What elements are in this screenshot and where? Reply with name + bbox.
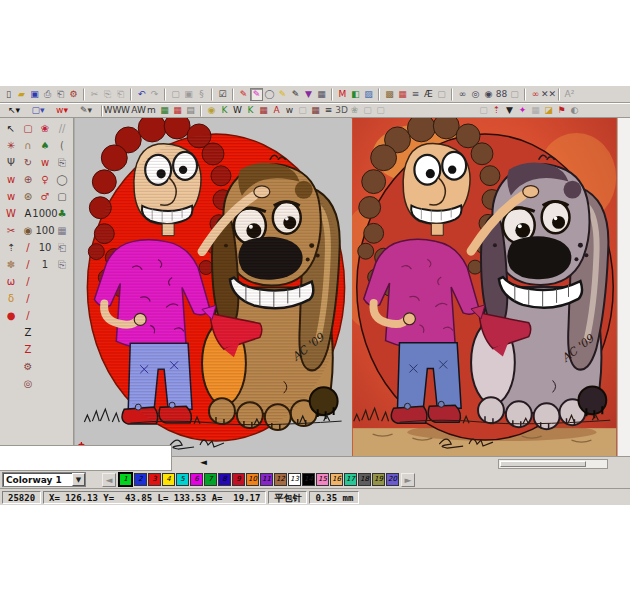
new-file-button[interactable]: ▯ [2, 88, 15, 101]
palette-collapse-arrow[interactable]: ◄ [200, 458, 207, 467]
zigzag-green-button[interactable]: K [218, 105, 231, 117]
artwork-canvas[interactable]: AC '09 [352, 118, 617, 456]
palette-chip-2[interactable]: 2 [134, 473, 147, 486]
doc-grid-tool[interactable]: ⎘ [54, 257, 70, 273]
grid2-button[interactable]: ▦ [529, 105, 542, 117]
palette-chip-4[interactable]: 4 [162, 473, 175, 486]
palette-chip-7[interactable]: 7 [204, 473, 217, 486]
satin-tool[interactable]: w [37, 155, 53, 171]
filter-button[interactable]: ▼ [503, 105, 516, 117]
density-100-tool[interactable]: 100 [37, 223, 53, 239]
pin-button[interactable]: ▼ [302, 88, 315, 101]
eye-tool[interactable]: ◉ [20, 223, 36, 239]
stitch-w2-button[interactable]: w [283, 105, 296, 117]
print-preview-button[interactable]: ⎗ [54, 88, 67, 101]
dropdown-arrow-icon[interactable]: ▼ [72, 473, 85, 486]
yellow-brush-button[interactable]: ✎ [276, 88, 289, 101]
kerning-button[interactable]: ▢ [435, 88, 448, 101]
save-button[interactable]: ▣ [28, 88, 41, 101]
grid-button[interactable]: ▦ [315, 88, 328, 101]
stitch-marks-button[interactable]: M [336, 88, 349, 101]
curve-tool[interactable]: ( [54, 138, 70, 154]
dither-grid-button[interactable]: ▦ [396, 88, 409, 101]
chart-button[interactable]: ◧ [349, 88, 362, 101]
satin-aw-button[interactable]: AW [132, 105, 145, 117]
palette-chip-5[interactable]: 5 [176, 473, 189, 486]
z-black-tool[interactable]: Z [20, 325, 36, 341]
three-d-button[interactable]: 3D [335, 105, 348, 117]
wheel-target-tool[interactable]: ◎ [20, 376, 36, 392]
needle-button[interactable]: ⇡ [490, 105, 503, 117]
arch-tool[interactable]: ∩ [20, 138, 36, 154]
run-stitch3-tool[interactable]: / [20, 274, 36, 290]
flower-fill-tool[interactable]: ❀ [37, 121, 53, 137]
export-tool[interactable]: ⎘ [54, 155, 70, 171]
hand-zigzag-button[interactable]: K [244, 105, 257, 117]
z-red-tool[interactable]: Z [20, 342, 36, 358]
pointer-tool-button[interactable]: ↖▾ [2, 105, 26, 117]
copy-button[interactable]: ⎘ [101, 88, 114, 101]
print-button[interactable]: ⎙ [41, 88, 54, 101]
tatami-green-button[interactable]: ▦ [158, 105, 171, 117]
link-cd-button[interactable]: ∞ [456, 88, 469, 101]
lips-tool[interactable]: ω [3, 274, 19, 290]
options-button[interactable]: § [195, 88, 208, 101]
fork-tool[interactable]: Ψ [3, 155, 19, 171]
motif-button[interactable]: ▦ [257, 105, 270, 117]
globe-tool[interactable]: ⊛ [20, 189, 36, 205]
open-file-button[interactable]: ▰ [15, 88, 28, 101]
tree-fill-tool[interactable]: ♠ [37, 138, 53, 154]
palette-chip-18[interactable]: 18 [358, 473, 371, 486]
lettering-button[interactable]: Æ [422, 88, 435, 101]
palette-scroll-left[interactable]: ◄ [102, 473, 116, 487]
oval-b-button[interactable]: ▢ [374, 105, 387, 117]
tatami-red-button[interactable]: ▦ [171, 105, 184, 117]
magenta-brush-button[interactable]: ✎ [250, 88, 263, 101]
frame2-button[interactable]: ▢ [477, 105, 490, 117]
ring-tool-button[interactable]: ◉ [205, 105, 218, 117]
people-button[interactable]: ⚑ [555, 105, 568, 117]
wheel-tool[interactable]: ⊕ [20, 172, 36, 188]
star-tool[interactable]: ✳ [3, 138, 19, 154]
reshape-tool[interactable]: ▢ [20, 121, 36, 137]
run-stitch2-tool[interactable]: / [20, 257, 36, 273]
density-10-tool[interactable]: 10 [37, 240, 53, 256]
double-x-button[interactable]: ✕✕ [542, 88, 555, 101]
palette-chip-20[interactable]: 20 [386, 473, 399, 486]
lines-button[interactable]: ≡ [322, 105, 335, 117]
oval-a-button[interactable]: ▢ [361, 105, 374, 117]
palette-chip-1[interactable]: 1 [118, 472, 133, 487]
paste-button[interactable]: ⎗ [114, 88, 127, 101]
rect-draw-tool[interactable]: ▢ [54, 189, 70, 205]
link-88-button[interactable]: 88 [495, 88, 508, 101]
palette-chip-12[interactable]: 12 [274, 473, 287, 486]
pencil-button[interactable]: ✎ [289, 88, 302, 101]
palette-chip-8[interactable]: 8 [218, 473, 231, 486]
palette-chip-11[interactable]: 11 [260, 473, 273, 486]
picture-button[interactable]: ▩ [383, 88, 396, 101]
thread-tool[interactable]: ⇡ [3, 240, 19, 256]
ellipse-draw-tool[interactable]: ◯ [54, 172, 70, 188]
cut-button[interactable]: ✂ [88, 88, 101, 101]
palette-chip-19[interactable]: 19 [372, 473, 385, 486]
flower-grayed-button[interactable]: ❀ [348, 105, 361, 117]
underline-satin-tool[interactable]: w [3, 189, 19, 205]
ellipse-tool-button[interactable]: ◯ [263, 88, 276, 101]
palette-chip-6[interactable]: 6 [190, 473, 203, 486]
fist-tool[interactable]: ● [3, 308, 19, 324]
frame-button[interactable]: ▢ [508, 88, 521, 101]
palette-chip-17[interactable]: 17 [344, 473, 357, 486]
pointer-tool[interactable]: ↖ [3, 121, 19, 137]
horizontal-scrollbar[interactable] [498, 459, 608, 469]
density-1-tool[interactable]: 1 [37, 257, 53, 273]
palette-chip-14[interactable]: 14 [302, 473, 315, 486]
scrollbar-thumb[interactable] [500, 461, 586, 467]
palette-chip-15[interactable]: 15 [316, 473, 329, 486]
star-button[interactable]: ✦ [516, 105, 529, 117]
pen-select-button[interactable]: ✎▾ [74, 105, 98, 117]
doc-pencil-tool[interactable]: ⎗ [54, 240, 70, 256]
bitmap-button[interactable]: ▨ [362, 88, 375, 101]
palette-chip-9[interactable]: 9 [232, 473, 245, 486]
redo-button[interactable]: ↷ [148, 88, 161, 101]
palm-tool[interactable]: ♣ [54, 206, 70, 222]
